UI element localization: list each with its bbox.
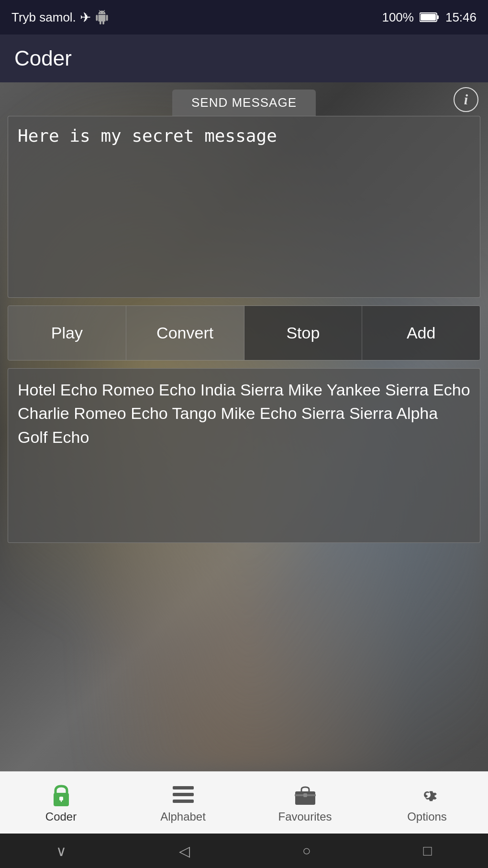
status-bar: Tryb samol. ✈ 100% 15:46 bbox=[0, 0, 488, 34]
battery-percent: 100% bbox=[382, 10, 414, 25]
status-right: 100% 15:46 bbox=[382, 10, 477, 25]
svg-rect-5 bbox=[61, 799, 62, 802]
battery-icon bbox=[420, 11, 440, 23]
nav-label-coder: Coder bbox=[45, 810, 77, 823]
play-button[interactable]: Play bbox=[8, 306, 126, 360]
system-nav: ∨ ◁ ○ □ bbox=[0, 834, 488, 868]
nav-label-options: Options bbox=[407, 810, 447, 823]
svg-rect-11 bbox=[303, 793, 307, 797]
svg-rect-8 bbox=[173, 800, 194, 803]
message-input-area bbox=[8, 116, 480, 298]
app-title: Coder bbox=[14, 46, 72, 70]
output-text: Hotel Echo Romeo Echo India Sierra Mike … bbox=[18, 378, 470, 449]
output-area: Hotel Echo Romeo Echo India Sierra Mike … bbox=[8, 368, 480, 543]
convert-button[interactable]: Convert bbox=[126, 306, 244, 360]
svg-rect-1 bbox=[437, 15, 439, 19]
nav-label-favourites: Favourites bbox=[278, 810, 332, 823]
info-icon-label: i bbox=[464, 91, 468, 108]
info-button[interactable]: i bbox=[454, 87, 478, 112]
gear-icon bbox=[415, 782, 440, 807]
nav-item-alphabet[interactable]: Alphabet bbox=[122, 782, 244, 823]
svg-rect-6 bbox=[173, 786, 194, 789]
nav-item-coder[interactable]: Coder bbox=[0, 782, 122, 823]
status-left: Tryb samol. ✈ bbox=[11, 10, 109, 25]
main-content: SEND MESSAGE i Play Convert Stop Add Hot… bbox=[0, 82, 488, 771]
lock-icon bbox=[49, 782, 74, 807]
nav-label-alphabet: Alphabet bbox=[160, 810, 206, 823]
airplane-mode-label: Tryb samol. bbox=[11, 10, 76, 25]
android-icon bbox=[95, 10, 109, 24]
briefcase-icon bbox=[293, 782, 318, 807]
airplane-icon: ✈ bbox=[80, 10, 91, 25]
message-input[interactable] bbox=[18, 126, 470, 288]
stop-button[interactable]: Stop bbox=[244, 306, 363, 360]
svg-rect-2 bbox=[421, 14, 436, 21]
nav-item-options[interactable]: Options bbox=[366, 782, 488, 823]
action-buttons: Play Convert Stop Add bbox=[8, 305, 480, 361]
nav-home-button[interactable]: ○ bbox=[302, 843, 311, 859]
time: 15:46 bbox=[445, 10, 477, 25]
nav-back-button[interactable]: ◁ bbox=[179, 843, 190, 859]
svg-rect-7 bbox=[173, 793, 194, 796]
nav-down-button[interactable]: ∨ bbox=[56, 843, 67, 859]
nav-recent-button[interactable]: □ bbox=[423, 843, 432, 859]
bottom-nav: Coder Alphabet Favourites bbox=[0, 771, 488, 834]
tabs: SEND MESSAGE bbox=[0, 82, 488, 116]
list-icon bbox=[171, 782, 196, 807]
tab-send-message[interactable]: SEND MESSAGE bbox=[172, 90, 316, 116]
add-button[interactable]: Add bbox=[362, 306, 480, 360]
app-bar: Coder bbox=[0, 34, 488, 82]
nav-item-favourites[interactable]: Favourites bbox=[244, 782, 366, 823]
